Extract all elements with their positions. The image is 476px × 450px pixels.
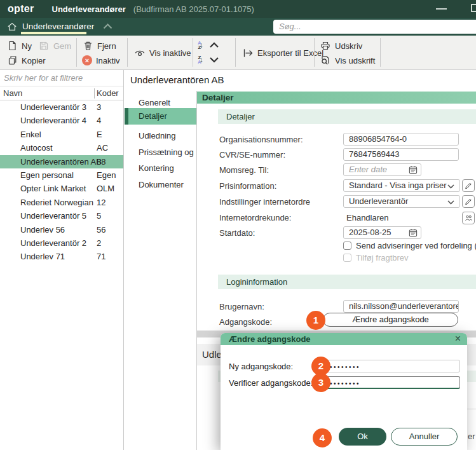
copy-label: Kopier bbox=[22, 56, 46, 65]
annuller-button[interactable]: Annuller bbox=[391, 428, 458, 446]
fragtbrev-checkbox-label: Tilføj fragtbrev bbox=[356, 253, 409, 262]
new-password-field[interactable]: •••••••• bbox=[324, 360, 460, 372]
maximize-icon[interactable] bbox=[471, 4, 476, 12]
toolbar-separator bbox=[235, 38, 236, 67]
search-input[interactable]: Søg... bbox=[273, 20, 476, 34]
advisering-checkbox[interactable]: Send adviseringer ved fordeling (e-mail) bbox=[343, 241, 476, 250]
org-number-field[interactable]: 88906854764-0 bbox=[343, 133, 459, 146]
new-button[interactable]: Ny bbox=[6, 39, 32, 52]
column-divider[interactable] bbox=[94, 88, 95, 99]
inactive-button[interactable]: × Inaktiv bbox=[82, 54, 120, 67]
prisinformation-value: Standard - Visa inga priser bbox=[349, 181, 447, 190]
moms-date-field[interactable]: Enter date bbox=[343, 163, 421, 176]
list-item[interactable]: Egen personalEgen bbox=[0, 168, 123, 182]
copy-button[interactable]: Kopier bbox=[6, 54, 46, 67]
inactive-icon: × bbox=[82, 55, 92, 65]
printer-icon bbox=[320, 41, 331, 51]
export-excel-button[interactable]: Eksporter til Excel bbox=[242, 46, 323, 59]
minimize-icon[interactable] bbox=[436, 8, 447, 10]
close-icon[interactable]: × bbox=[455, 333, 461, 344]
item-code: 12 bbox=[97, 196, 105, 209]
toolbar-separator bbox=[76, 38, 77, 67]
item-code: OLM bbox=[97, 182, 114, 195]
move-down-icon[interactable] bbox=[209, 57, 219, 63]
list-header: Navn Koder bbox=[0, 86, 123, 100]
change-password-dialog: Ændre adgangskode × Ny adgangskode: ••••… bbox=[221, 333, 467, 450]
item-code: 71 bbox=[97, 250, 105, 263]
prisinformation-edit-button[interactable] bbox=[462, 179, 475, 192]
section-header-detaljer: Detaljer bbox=[197, 92, 476, 104]
new-label: Ny bbox=[22, 41, 32, 51]
calendar-icon[interactable] bbox=[409, 165, 418, 174]
print-preview-icon bbox=[320, 55, 331, 66]
internet-customer-lookup-button[interactable] bbox=[462, 212, 475, 224]
startdato-field[interactable]: 2025-08-25 bbox=[343, 226, 421, 239]
inactive-label: Inaktiv bbox=[96, 56, 120, 65]
item-name: Underlev 71 bbox=[20, 250, 65, 263]
internet-order-select[interactable]: Underleverantör bbox=[343, 195, 460, 208]
nav-item-kontering[interactable]: Kontering bbox=[125, 160, 196, 176]
remove-button[interactable]: Fjern bbox=[82, 39, 116, 52]
filter-input[interactable]: Skriv her for at filtrere bbox=[0, 70, 123, 86]
list-item-selected[interactable]: Underleverantören AB88 bbox=[0, 155, 123, 168]
column-koder[interactable]: Koder bbox=[97, 86, 119, 100]
calendar-icon[interactable] bbox=[409, 228, 418, 237]
print-preview-label: Vis udskrift bbox=[335, 56, 375, 65]
chevron-up-icon[interactable] bbox=[103, 24, 112, 29]
sort-descending-button[interactable]: ZA ↓ bbox=[198, 53, 219, 66]
item-name: Rederiet Norwegian bbox=[20, 196, 93, 209]
list-item[interactable]: EnkelE bbox=[0, 128, 123, 141]
column-navn[interactable]: Navn bbox=[3, 86, 22, 100]
list-item[interactable]: Underleverantör 55 bbox=[0, 209, 123, 222]
opter-logo: opter bbox=[8, 3, 34, 15]
new-password-value: •••••••• bbox=[330, 364, 360, 371]
nav-item-dokumenter[interactable]: Dokumenter bbox=[125, 177, 196, 193]
filter-placeholder: Skriv her for at filtrere bbox=[0, 70, 123, 86]
show-inactive-button[interactable]: Vis inaktive bbox=[134, 46, 191, 59]
item-code: Egen bbox=[97, 168, 116, 182]
nav-item-prissaetning[interactable]: Prissætning og bbox=[125, 144, 196, 160]
print-preview-button[interactable]: Vis udskrift bbox=[320, 54, 375, 67]
toolbar: Ny Gem Kopier Fjern × Inaktiv Vis inak bbox=[0, 36, 476, 70]
brugernavn-field[interactable]: nils.nilsson@underleverantoren.se bbox=[343, 300, 459, 313]
new-password-label: Ny adgangskode: bbox=[229, 362, 293, 371]
tab-underleverandorer[interactable]: Underleverandører bbox=[22, 22, 94, 31]
list-item[interactable]: Underleverantör 33 bbox=[0, 100, 123, 114]
list-item[interactable]: Underleverantör 22 bbox=[0, 236, 123, 250]
internet-order-edit-button[interactable] bbox=[462, 195, 475, 208]
list-item[interactable]: Rederiet Norwegian12 bbox=[0, 196, 123, 209]
checkbox-icon bbox=[343, 242, 351, 250]
list-item[interactable]: Underlev 7171 bbox=[0, 250, 123, 263]
titlebar: opter Underleverandører (Budfirman AB 20… bbox=[0, 0, 476, 18]
verify-password-value: •••••••• bbox=[330, 380, 360, 387]
sort-ascending-button[interactable]: AZ ↓ bbox=[198, 39, 219, 51]
print-label: Udskriv bbox=[335, 41, 362, 51]
list-item[interactable]: Underleverantör 44 bbox=[0, 114, 123, 127]
nav-item-detaljer[interactable]: Detaljer bbox=[125, 108, 196, 125]
brugernavn-label: Brugernavn: bbox=[219, 302, 264, 311]
verify-password-field[interactable]: •••••••• bbox=[324, 376, 460, 389]
home-icon[interactable] bbox=[7, 22, 17, 32]
toolbar-separator bbox=[314, 38, 315, 67]
change-password-button[interactable]: Ændre adgangskode bbox=[323, 313, 458, 327]
ok-button[interactable]: Ok bbox=[339, 428, 386, 446]
item-code: 5 bbox=[97, 209, 101, 222]
window-version: (Budfirman AB 2025.07-01.1075) bbox=[133, 4, 254, 14]
list-item[interactable]: AutocostAC bbox=[0, 141, 123, 154]
list-item[interactable]: Opter Link MarketOLM bbox=[0, 182, 123, 195]
list-item[interactable]: Underlev 5656 bbox=[0, 223, 123, 236]
move-up-icon[interactable] bbox=[209, 42, 219, 48]
prisinformation-select[interactable]: Standard - Visa inga priser bbox=[343, 179, 460, 192]
save-button[interactable]: Gem bbox=[38, 39, 71, 52]
print-button[interactable]: Udskriv bbox=[320, 39, 362, 52]
internet-order-label: Indstillinger internetordre bbox=[219, 197, 310, 207]
dialog-titlebar[interactable]: Ændre adgangskode × bbox=[221, 333, 467, 345]
org-number-label: Organisationsnummer: bbox=[219, 135, 303, 144]
cvr-field[interactable]: 76847569443 bbox=[343, 148, 459, 161]
sort-asc-icon: AZ ↓ bbox=[198, 41, 203, 50]
toolbar-separator bbox=[380, 38, 381, 67]
item-code: 88 bbox=[97, 155, 105, 168]
org-number-value: 88906854764-0 bbox=[349, 134, 407, 144]
toolbar-separator bbox=[127, 38, 128, 67]
nav-item-udledning[interactable]: Udledning bbox=[125, 128, 196, 144]
